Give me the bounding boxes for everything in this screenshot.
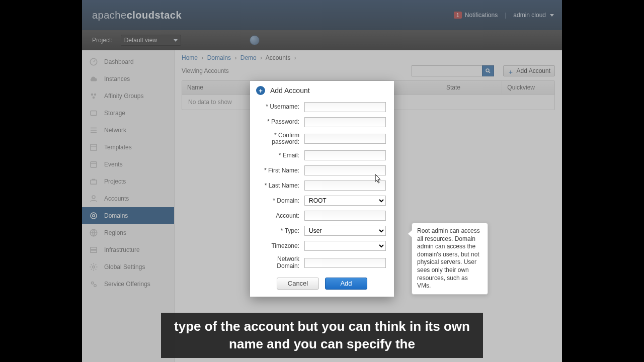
sidebar-item-label: Templates	[104, 144, 132, 151]
template-icon	[89, 143, 98, 152]
brand-logo: apachecloudstack	[92, 10, 182, 21]
label-type: * Type:	[258, 228, 304, 234]
modal-header: + Add Account	[250, 81, 394, 102]
add-button[interactable]: Add	[325, 278, 367, 290]
sidebar-item-service-offerings[interactable]: Service Offerings	[82, 276, 174, 293]
sidebar-item-accounts[interactable]: Accounts	[82, 190, 174, 207]
project-selected: Default view	[124, 37, 157, 44]
chevron-down-icon	[174, 39, 178, 42]
sidebar-item-projects[interactable]: Projects	[82, 173, 174, 190]
sidebar-item-domains[interactable]: Domains	[82, 207, 174, 224]
user-name: admin cloud	[513, 12, 546, 19]
notification-count-badge: 1	[454, 12, 462, 19]
search	[412, 65, 494, 76]
input-network-domain[interactable]	[304, 258, 386, 268]
plus-circle-icon: +	[256, 86, 265, 95]
label-lastname: * Last Name:	[258, 183, 304, 189]
sidebar-item-events[interactable]: Events	[82, 156, 174, 173]
sidebar-item-dashboard[interactable]: Dashboard	[82, 53, 174, 70]
gauge-icon	[89, 57, 98, 66]
group-icon	[89, 92, 98, 101]
sidebar-item-label: Infrastructure	[104, 246, 140, 253]
svg-rect-7	[91, 180, 97, 184]
add-account-modal: + Add Account * Username: * Password: * …	[250, 81, 394, 297]
label-firstname: * First Name:	[258, 167, 304, 174]
col-quickview[interactable]: Quickview	[502, 81, 554, 94]
svg-point-17	[486, 69, 489, 72]
calendar-icon	[89, 160, 98, 169]
input-first-name[interactable]	[304, 165, 386, 175]
input-account[interactable]	[304, 211, 386, 221]
user-menu[interactable]: admin cloud	[513, 12, 554, 19]
sidebar-item-label: Service Offerings	[104, 281, 150, 288]
notifications[interactable]: 1 Notifications	[454, 12, 498, 19]
server-icon	[89, 245, 98, 254]
label-domain: * Domain:	[258, 198, 304, 204]
viewing-label: Viewing Accounts	[182, 67, 229, 74]
sidebar-item-templates[interactable]: Templates	[82, 139, 174, 156]
sidebar-item-storage[interactable]: Storage	[82, 105, 174, 122]
project-label: Project:	[92, 37, 113, 44]
app-header: apachecloudstack 1 Notifications | admin…	[82, 0, 562, 30]
type-help-tooltip: Root admin can access all resources. Dom…	[412, 223, 488, 295]
sidebar-item-global-settings[interactable]: Global Settings	[82, 258, 174, 276]
input-username[interactable]	[304, 102, 386, 112]
svg-point-15	[92, 282, 94, 285]
svg-point-1	[91, 94, 94, 96]
disk-icon	[89, 109, 98, 118]
label-timezone: Timezone:	[258, 243, 304, 249]
search-input[interactable]	[412, 65, 482, 76]
gear-icon	[89, 262, 98, 272]
network-icon	[89, 126, 98, 135]
breadcrumb-home[interactable]: Home	[182, 54, 198, 61]
breadcrumb-accounts: Accounts	[266, 54, 290, 61]
select-type[interactable]: User	[304, 226, 386, 236]
cancel-button[interactable]: Cancel	[277, 278, 319, 290]
svg-point-9	[91, 213, 97, 219]
plus-icon: ＋	[508, 68, 514, 74]
svg-rect-4	[91, 111, 97, 116]
sidebar-item-label: Domains	[104, 212, 128, 219]
subheader: Viewing Accounts ＋ Add Account	[175, 63, 562, 80]
briefcase-icon	[89, 177, 98, 186]
label-username: * Username:	[258, 104, 304, 110]
sidebar-item-label: Network	[104, 127, 126, 134]
input-email[interactable]	[304, 150, 386, 160]
select-timezone[interactable]	[304, 241, 386, 251]
svg-point-2	[94, 94, 97, 96]
sidebar-item-label: Affinity Groups	[104, 93, 143, 100]
svg-point-10	[93, 215, 95, 217]
notifications-label: Notifications	[465, 12, 498, 19]
select-domain[interactable]: ROOT	[304, 196, 386, 206]
input-last-name[interactable]	[304, 180, 386, 191]
sidebar-item-label: Instances	[104, 75, 130, 82]
input-confirm-password[interactable]	[304, 134, 386, 144]
sidebar-item-infrastructure[interactable]: Infrastructure	[82, 241, 174, 258]
sidebar-item-label: Regions	[104, 229, 126, 236]
project-select[interactable]: Default view	[121, 35, 181, 46]
col-state[interactable]: State	[441, 81, 502, 94]
add-account-button[interactable]: ＋ Add Account	[503, 65, 555, 76]
globe-icon[interactable]	[250, 35, 260, 45]
cogs-icon	[89, 280, 98, 289]
label-password: * Password:	[258, 119, 304, 125]
sidebar-item-network[interactable]: Network	[82, 122, 174, 139]
svg-point-3	[93, 97, 95, 99]
breadcrumb-demo[interactable]: Demo	[240, 54, 257, 61]
divider: |	[505, 12, 506, 19]
input-password[interactable]	[304, 117, 386, 127]
globe-icon	[89, 228, 98, 237]
search-button[interactable]	[482, 65, 494, 76]
sidebar-item-instances[interactable]: Instances	[82, 70, 174, 87]
svg-rect-6	[91, 162, 97, 167]
sidebar-item-regions[interactable]: Regions	[82, 224, 174, 241]
svg-point-8	[92, 196, 95, 199]
label-confirm: * Confirm password:	[258, 132, 304, 145]
sidebar-item-affinity[interactable]: Affinity Groups	[82, 87, 174, 105]
add-account-form: * Username: * Password: * Confirm passwo…	[250, 102, 394, 269]
label-account: Account:	[258, 213, 304, 219]
label-email: * Email:	[258, 152, 304, 159]
breadcrumb-domains[interactable]: Domains	[207, 54, 231, 61]
cloud-icon	[89, 74, 98, 83]
breadcrumb: Home › Domains › Demo › Accounts ›	[175, 50, 562, 63]
